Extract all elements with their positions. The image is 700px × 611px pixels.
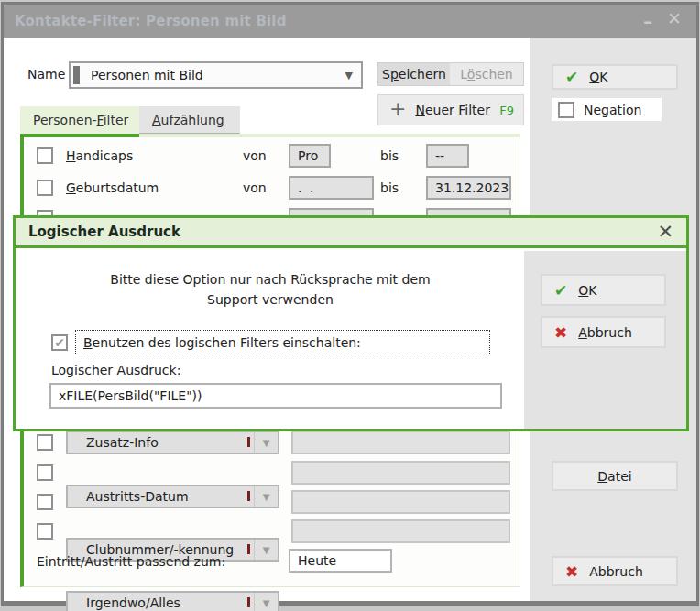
- row-irgendwo-checkbox[interactable]: [37, 523, 53, 540]
- modal-titlebar[interactable]: Logischer Ausdruck ✕: [16, 218, 686, 248]
- irgendwo-label: Irgendwo/Alles: [68, 595, 180, 610]
- zusatz-info-input[interactable]: [291, 431, 510, 454]
- logical-filter-checkbox-label: Benutzen des logischen Filters einschalt…: [83, 335, 361, 350]
- austritts-datum-dropdown[interactable]: Austritts-Datum ▼: [66, 485, 279, 508]
- f9-shortcut: F9: [499, 104, 514, 117]
- dialog-window: Kontakte-Filter: Personen mit Bild – ✕ N…: [1, 2, 699, 606]
- handicaps-von-input[interactable]: Pro: [289, 144, 331, 168]
- logical-filter-checkbox-label-box[interactable]: Benutzen des logischen Filters einschalt…: [75, 330, 490, 355]
- irgendwo-input[interactable]: [291, 519, 510, 543]
- austritts-datum-label: Austritts-Datum: [68, 489, 189, 504]
- plus-icon: +: [389, 99, 406, 119]
- delete-label: Löschen: [460, 67, 513, 82]
- geburtsdatum-von-input[interactable]: . .: [289, 176, 374, 200]
- abbruch-button[interactable]: ✖ Abbruch: [552, 556, 678, 586]
- irgendwo-dropdown[interactable]: Irgendwo/Alles ▼: [66, 591, 279, 611]
- eintritt-austritt-value: Heute: [298, 553, 336, 568]
- field-modified-indicator: [247, 491, 250, 501]
- delete-button[interactable]: Löschen: [450, 63, 523, 85]
- expression-label: Logischer Ausdruck:: [51, 363, 180, 377]
- tab-personen-filter[interactable]: Personen-Filter: [20, 106, 139, 134]
- ok-button[interactable]: ✔ OK: [552, 64, 678, 90]
- bis-label: bis: [380, 148, 399, 163]
- x-icon: ✖: [554, 323, 567, 342]
- handicaps-bis-input[interactable]: --: [426, 144, 469, 168]
- chevron-down-icon[interactable]: ▼: [254, 486, 278, 507]
- expression-input[interactable]: xFILE(PersBild("FILE")): [49, 383, 502, 409]
- titlebar[interactable]: Kontakte-Filter: Personen mit Bild – ✕: [4, 5, 696, 38]
- modal-abbruch-button[interactable]: ✖ Abbruch: [541, 316, 666, 348]
- row-geburtsdatum-label: Geburtsdatum: [66, 180, 159, 195]
- eintritt-austritt-label: Eintritt/Austritt passend zum:: [37, 554, 225, 569]
- window-title: Kontakte-Filter: Personen mit Bild: [4, 13, 287, 29]
- filter-name-value: Personen mit Bild: [71, 68, 203, 82]
- handicaps-von-value: Pro: [298, 148, 318, 163]
- save-delete-group: Speichern Löschen: [377, 62, 524, 86]
- zusatz-info-dropdown[interactable]: Zusatz-Info ▼: [66, 431, 279, 454]
- eintritt-austritt-input[interactable]: Heute: [289, 549, 392, 573]
- row-handicaps-checkbox[interactable]: [37, 147, 53, 164]
- clubnummer-input[interactable]: [291, 490, 510, 514]
- chevron-down-icon[interactable]: ▼: [345, 70, 353, 82]
- modal-ok-button[interactable]: ✔ OK: [541, 274, 666, 306]
- modal-warning-text: Bitte diese Option nur nach Rücksprache …: [16, 269, 525, 310]
- datei-button[interactable]: Datei: [552, 461, 678, 491]
- warning-line-2: Support verwenden: [16, 289, 525, 310]
- chevron-down-icon[interactable]: ▼: [254, 432, 278, 453]
- chevron-down-icon[interactable]: ▼: [254, 593, 278, 611]
- check-icon: ✔: [565, 68, 578, 86]
- logical-filter-checkbox[interactable]: ✔: [51, 334, 68, 351]
- logischer-ausdruck-modal: Logischer Ausdruck ✕ Bitte diese Option …: [13, 215, 689, 431]
- modal-ok-label: OK: [578, 283, 596, 298]
- active-tab-underline: [20, 134, 139, 137]
- field-modified-indicator: [247, 544, 250, 554]
- save-label: Speichern: [382, 67, 446, 82]
- filter-name-combobox[interactable]: Personen mit Bild ▼: [69, 61, 363, 89]
- negation-row: Negation: [552, 98, 662, 121]
- zusatz-info-label: Zusatz-Info: [68, 435, 159, 450]
- austritts-datum-input[interactable]: [291, 461, 510, 485]
- abbruch-label: Abbruch: [589, 564, 643, 579]
- gray-check-icon: ✔: [54, 336, 65, 349]
- x-icon: ✖: [565, 562, 578, 581]
- row-austritts-datum-checkbox[interactable]: [37, 464, 53, 481]
- handicaps-bis-value: --: [435, 148, 444, 163]
- bis-label: bis: [380, 180, 399, 195]
- modal-close-icon[interactable]: ✕: [657, 221, 673, 243]
- datei-label: Datei: [597, 469, 631, 484]
- ok-label: OK: [589, 70, 607, 84]
- minimize-icon[interactable]: –: [643, 12, 652, 30]
- row-clubnummer-checkbox[interactable]: [37, 494, 53, 510]
- tab-aufzaehlung-label: Aufzählung: [152, 113, 224, 127]
- von-label: von: [243, 148, 267, 163]
- chevron-down-icon[interactable]: ▼: [254, 540, 278, 560]
- geburtsdatum-bis-value: 31.12.2023: [435, 180, 509, 195]
- row-geburtsdatum-checkbox[interactable]: [37, 180, 53, 196]
- negation-label: Negation: [584, 103, 641, 117]
- new-filter-button[interactable]: + Neuer Filter F9: [377, 94, 524, 125]
- row-zusatz-info-checkbox[interactable]: [37, 434, 53, 451]
- check-icon: ✔: [554, 281, 567, 300]
- field-modified-indicator: [247, 597, 250, 607]
- row-handicaps-label: Handicaps: [66, 148, 133, 163]
- modal-title: Logischer Ausdruck: [16, 224, 180, 240]
- geburtsdatum-von-value: . .: [298, 180, 315, 195]
- new-filter-label: Neuer Filter: [415, 103, 489, 117]
- expression-value: xFILE(PersBild("FILE")): [59, 388, 202, 403]
- save-button[interactable]: Speichern: [378, 63, 450, 85]
- negation-checkbox[interactable]: [558, 102, 574, 118]
- modal-abbruch-label: Abbruch: [578, 325, 632, 340]
- field-modified-indicator: [247, 437, 250, 447]
- tab-personen-filter-label: Personen-Filter: [33, 113, 128, 127]
- combobox-grip: [73, 66, 80, 84]
- geburtsdatum-bis-input[interactable]: 31.12.2023: [426, 176, 511, 200]
- warning-line-1: Bitte diese Option nur nach Rücksprache …: [16, 269, 525, 289]
- name-label: Name: [27, 67, 65, 82]
- von-label: von: [243, 180, 267, 195]
- tab-aufzaehlung[interactable]: Aufzählung: [139, 106, 240, 134]
- close-icon[interactable]: ✕: [667, 10, 682, 27]
